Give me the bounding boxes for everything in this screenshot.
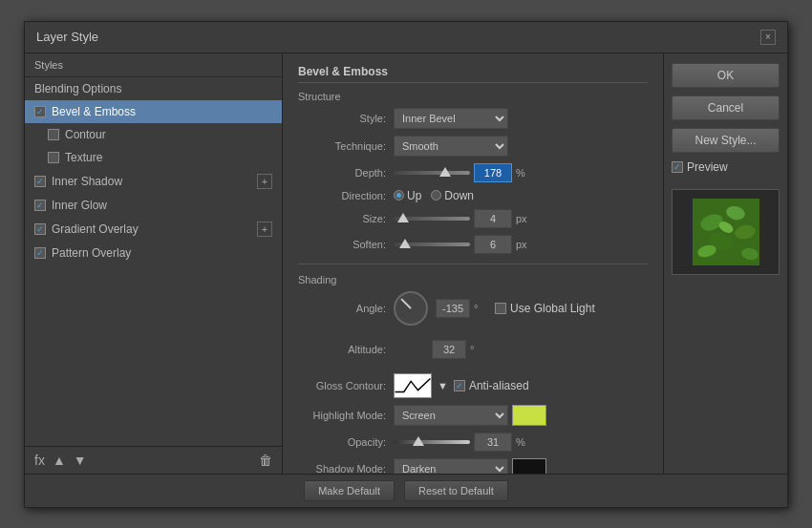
contour-label: Contour xyxy=(65,128,106,141)
gloss-contour-preview[interactable] xyxy=(394,373,432,398)
highlight-opacity-unit: % xyxy=(516,436,533,448)
move-up-button[interactable]: ▲ xyxy=(53,453,66,468)
right-panel: OK Cancel New Style... Preview xyxy=(663,53,787,474)
structure-label: Structure xyxy=(298,91,648,102)
direction-up-option[interactable]: Up xyxy=(394,189,421,202)
direction-label: Direction: xyxy=(298,190,394,201)
highlight-mode-select[interactable]: Screen Normal Multiply xyxy=(394,405,508,426)
inner-shadow-plus-button[interactable]: + xyxy=(257,174,272,189)
technique-control: Smooth Chisel Hard xyxy=(394,136,648,157)
fx-button[interactable]: fx xyxy=(34,453,45,468)
size-slider-track[interactable] xyxy=(394,217,470,221)
preview-label[interactable]: Preview xyxy=(672,160,780,174)
soften-input[interactable] xyxy=(474,235,512,254)
svg-rect-0 xyxy=(395,374,431,397)
soften-slider-track[interactable] xyxy=(394,243,470,246)
depth-control: % xyxy=(394,163,648,182)
direction-down-radio[interactable] xyxy=(431,190,441,201)
depth-label: Depth: xyxy=(298,167,394,179)
depth-input[interactable] xyxy=(474,163,512,182)
gradient-overlay-label: Gradient Overlay xyxy=(52,222,139,236)
gradient-overlay-checkbox[interactable] xyxy=(34,223,46,235)
altitude-label: Altitude: xyxy=(298,344,394,355)
cancel-button[interactable]: Cancel xyxy=(672,95,780,120)
style-control: Inner Bevel Outer Bevel Emboss xyxy=(394,108,648,129)
dialog-body: Styles Blending Options Bevel & Emboss C… xyxy=(25,53,787,474)
layer-list: Blending Options Bevel & Emboss Contour … xyxy=(25,77,282,446)
style-label: Style: xyxy=(298,113,394,124)
close-button[interactable]: × xyxy=(760,30,776,45)
reset-to-default-button[interactable]: Reset to Default xyxy=(404,480,508,501)
soften-control: px xyxy=(394,235,648,254)
sidebar-item-inner-shadow[interactable]: Inner Shadow + xyxy=(25,169,282,194)
sidebar-item-blending-options[interactable]: Blending Options xyxy=(25,77,282,100)
angle-input[interactable] xyxy=(436,299,470,318)
left-panel: Styles Blending Options Bevel & Emboss C… xyxy=(25,53,283,474)
texture-checkbox[interactable] xyxy=(48,152,59,163)
direction-row: Direction: Up Down xyxy=(298,189,648,202)
middle-panel: Bevel & Emboss Structure Style: Inner Be… xyxy=(283,53,663,474)
angle-label: Angle: xyxy=(298,303,394,314)
soften-unit: px xyxy=(516,239,533,250)
preview-checkbox[interactable] xyxy=(672,161,683,173)
contour-checkbox[interactable] xyxy=(48,129,59,140)
altitude-control: ° xyxy=(394,332,648,367)
direction-down-label: Down xyxy=(444,189,474,202)
size-row: Size: px xyxy=(298,209,648,228)
gradient-overlay-plus-button[interactable]: + xyxy=(257,222,272,237)
depth-unit: % xyxy=(516,167,533,179)
size-unit: px xyxy=(516,213,533,224)
highlight-opacity-input[interactable] xyxy=(474,433,512,452)
anti-aliased-checkbox[interactable] xyxy=(454,380,465,391)
soften-label: Soften: xyxy=(298,239,394,250)
shadow-color-swatch[interactable] xyxy=(512,458,546,474)
style-row: Style: Inner Bevel Outer Bevel Emboss xyxy=(298,108,648,129)
new-style-button[interactable]: New Style... xyxy=(672,128,780,153)
direction-control: Up Down xyxy=(394,189,648,202)
ok-button[interactable]: OK xyxy=(672,63,780,88)
sidebar-item-gradient-overlay[interactable]: Gradient Overlay + xyxy=(25,217,282,242)
inner-shadow-checkbox[interactable] xyxy=(34,176,46,187)
highlight-opacity-label: Opacity: xyxy=(298,436,394,448)
left-panel-footer: fx ▲ ▼ 🗑 xyxy=(25,446,282,474)
sidebar-item-pattern-overlay[interactable]: Pattern Overlay xyxy=(25,242,282,264)
direction-down-option[interactable]: Down xyxy=(431,189,474,202)
angle-control: ° Use Global Light xyxy=(394,291,648,326)
size-input[interactable] xyxy=(474,209,512,228)
delete-button[interactable]: 🗑 xyxy=(259,453,272,468)
shadow-mode-row: Shadow Mode: Darken Multiply Normal xyxy=(298,458,648,474)
sidebar-item-inner-glow[interactable]: Inner Glow xyxy=(25,194,282,217)
sidebar-item-texture[interactable]: Texture xyxy=(25,146,282,169)
direction-up-radio[interactable] xyxy=(394,190,404,201)
use-global-light-checkbox[interactable] xyxy=(495,303,506,314)
depth-slider-track[interactable] xyxy=(394,171,470,175)
style-select[interactable]: Inner Bevel Outer Bevel Emboss xyxy=(394,108,508,129)
highlight-opacity-control: % xyxy=(394,433,648,452)
gloss-contour-label: Gloss Contour: xyxy=(298,380,394,391)
move-down-button[interactable]: ▼ xyxy=(74,453,87,468)
technique-select[interactable]: Smooth Chisel Hard xyxy=(394,136,508,157)
gloss-contour-arrow[interactable]: ▼ xyxy=(438,380,448,391)
sidebar-item-contour[interactable]: Contour xyxy=(25,123,282,146)
angle-dial[interactable] xyxy=(394,291,428,326)
bevel-emboss-label: Bevel & Emboss xyxy=(52,105,136,118)
altitude-input[interactable] xyxy=(432,340,466,359)
highlight-opacity-slider[interactable] xyxy=(394,440,470,444)
make-default-button[interactable]: Make Default xyxy=(304,480,395,501)
shadow-mode-select[interactable]: Darken Multiply Normal xyxy=(394,458,508,474)
highlight-color-swatch[interactable] xyxy=(512,405,546,426)
pattern-overlay-checkbox[interactable] xyxy=(34,247,46,259)
sidebar-item-bevel-emboss[interactable]: Bevel & Emboss xyxy=(25,100,282,123)
angle-unit: ° xyxy=(474,303,491,314)
technique-label: Technique: xyxy=(298,140,394,152)
preview-image xyxy=(693,199,759,265)
soften-row: Soften: px xyxy=(298,235,648,254)
use-global-light-label[interactable]: Use Global Light xyxy=(495,302,595,315)
highlight-mode-label: Highlight Mode: xyxy=(298,410,394,421)
anti-aliased-label[interactable]: Anti-aliased xyxy=(454,379,529,392)
preview-area xyxy=(672,189,780,275)
altitude-row: Altitude: ° xyxy=(298,332,648,367)
use-global-light-text: Use Global Light xyxy=(510,302,595,315)
bevel-emboss-checkbox[interactable] xyxy=(34,106,46,117)
inner-glow-checkbox[interactable] xyxy=(34,200,46,211)
